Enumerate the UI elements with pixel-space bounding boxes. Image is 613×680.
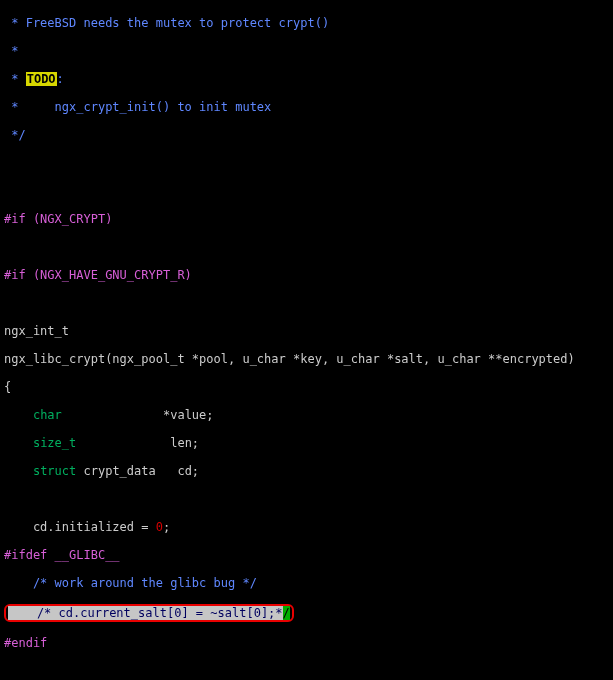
blank-line xyxy=(4,184,609,198)
blank-line xyxy=(4,240,609,254)
preproc-line: #if (NGX_CRYPT) xyxy=(4,212,609,226)
preproc-line: #if (NGX_HAVE_GNU_CRYPT_R) xyxy=(4,268,609,282)
blank-line xyxy=(4,492,609,506)
code-editor[interactable]: * FreeBSD needs the mutex to protect cry… xyxy=(0,0,613,680)
cursor: / xyxy=(283,606,290,620)
blank-line xyxy=(4,664,609,678)
comment-line: * FreeBSD needs the mutex to protect cry… xyxy=(4,16,609,30)
highlight-box: /* cd.current_salt[0] = ~salt[0];*/ xyxy=(4,604,294,622)
comment-line: */ xyxy=(4,128,609,142)
code-line: char *value; xyxy=(4,408,609,422)
blank-line xyxy=(4,156,609,170)
todo-badge: TODO xyxy=(26,72,57,86)
code-line: struct crypt_data cd; xyxy=(4,464,609,478)
function-signature: ngx_libc_crypt(ngx_pool_t *pool, u_char … xyxy=(4,352,609,366)
code-line: size_t len; xyxy=(4,436,609,450)
code-line: { xyxy=(4,380,609,394)
comment-line: /* work around the glibc bug */ xyxy=(4,576,609,590)
blank-line xyxy=(4,296,609,310)
preproc-line: #ifdef __GLIBC__ xyxy=(4,548,609,562)
comment-line: * xyxy=(4,44,609,58)
code-line: ngx_int_t xyxy=(4,324,609,338)
highlighted-line: /* cd.current_salt[0] = ~salt[0];*/ xyxy=(4,604,609,622)
comment-line: * ngx_crypt_init() to init mutex xyxy=(4,100,609,114)
code-line: cd.initialized = 0; xyxy=(4,520,609,534)
comment-line-todo: * TODO: xyxy=(4,72,609,86)
preproc-line: #endif xyxy=(4,636,609,650)
